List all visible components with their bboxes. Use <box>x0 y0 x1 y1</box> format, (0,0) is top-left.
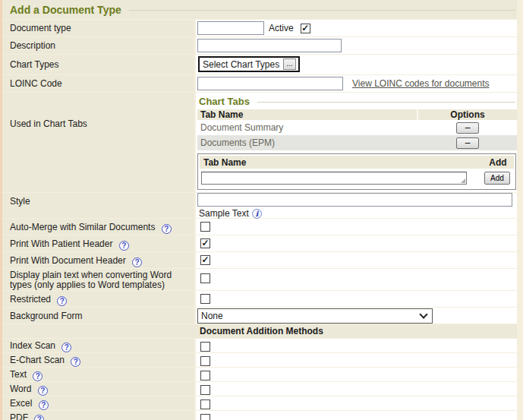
display-plain-text-label: Display plain text when converting Word … <box>2 269 194 290</box>
pdf-label: PDF <box>10 412 28 420</box>
auto-merge-label-cell: Auto-Merge with Similar Documents ? <box>2 219 194 235</box>
document-type-value-cell: Active ✓ <box>196 20 517 36</box>
chart-tab-name: Document Summary <box>197 122 418 133</box>
print-document-header-label: Print With Document Header <box>10 255 126 266</box>
used-in-chart-tabs-label: Used in Chart Tabs <box>2 93 194 192</box>
info-icon[interactable]: i <box>252 209 262 219</box>
restricted-label: Restricted <box>10 294 51 305</box>
sample-text: Sample Text <box>199 208 249 219</box>
field-row-auto-merge: Auto-Merge with Similar Documents ? <box>2 219 517 235</box>
resize-grip-icon[interactable] <box>461 178 465 183</box>
field-row-background-form: Background Form None <box>2 308 517 324</box>
excel-label: Excel <box>10 398 32 409</box>
field-row-text: Text ? <box>2 368 517 381</box>
loinc-code-label: LOINC Code <box>2 75 194 92</box>
document-addition-methods-title: Document Addition Methods <box>200 326 323 336</box>
page-title: Add a Document Type <box>10 4 121 16</box>
chart-tab-name: Documents (EPM) <box>197 137 418 148</box>
chart-tab-row: Document Summary – <box>197 120 517 135</box>
text-checkbox[interactable] <box>200 371 210 381</box>
help-icon[interactable]: ? <box>57 296 67 306</box>
auto-merge-checkbox[interactable] <box>200 222 210 232</box>
remove-tab-button[interactable]: – <box>456 122 479 134</box>
page-title-row: Add a Document Type <box>2 0 517 19</box>
field-row-excel: Excel ? <box>2 396 517 410</box>
document-type-label: Document type <box>2 20 194 36</box>
add-tab-subpanel: Tab Name Add Add <box>197 153 516 190</box>
chevron-down-icon <box>419 310 427 318</box>
echart-scan-label-cell: E-Chart Scan ? <box>2 353 194 367</box>
description-label: Description <box>2 37 194 54</box>
chart-tabs-panel: Chart Tabs Tab Name Options Document Sum… <box>196 93 517 192</box>
background-form-value-cell: None <box>196 308 517 324</box>
help-icon[interactable]: ? <box>71 357 80 367</box>
pdf-checkbox[interactable] <box>200 414 210 420</box>
print-document-header-checkbox[interactable]: ✓ <box>200 255 210 265</box>
echart-scan-checkbox[interactable] <box>200 356 210 366</box>
field-row-echart-scan: E-Chart Scan ? <box>2 353 517 367</box>
loinc-code-input[interactable] <box>197 77 343 90</box>
view-loinc-codes-link[interactable]: View LOINC codes for documents <box>352 78 490 89</box>
style-input[interactable] <box>197 193 512 207</box>
auto-merge-label: Auto-Merge with Similar Documents <box>10 222 155 232</box>
select-chart-types-button[interactable]: Select Chart Types ... <box>198 56 300 72</box>
print-patient-header-label: Print With Patient Header <box>10 238 112 249</box>
chart-types-label: Chart Types <box>2 55 194 74</box>
options-column-header: Options <box>417 109 517 120</box>
field-row-description: Description <box>2 37 517 54</box>
add-tab-button[interactable]: Add <box>484 172 510 185</box>
display-plain-text-checkbox[interactable] <box>200 273 210 283</box>
help-icon[interactable]: ? <box>38 386 48 396</box>
active-label: Active <box>269 23 294 33</box>
restricted-checkbox[interactable] <box>200 294 210 304</box>
chart-tabs-header-row: Tab Name Options <box>197 109 517 120</box>
field-row-restricted: Restricted ? <box>2 291 517 307</box>
echart-scan-label: E-Chart Scan <box>10 355 65 365</box>
chart-tabs-rule <box>257 102 515 103</box>
field-row-pdf: PDF ? <box>2 411 517 420</box>
ellipsis-button[interactable]: ... <box>283 58 295 70</box>
field-row-print-patient-header: Print With Patient Header ? ✓ <box>2 235 517 251</box>
select-chart-types-label: Select Chart Types <box>203 59 279 70</box>
description-input[interactable] <box>197 39 342 52</box>
help-icon[interactable]: ? <box>39 400 49 410</box>
add-document-type-form: Add a Document Type Document type Active… <box>0 0 523 420</box>
excel-checkbox[interactable] <box>200 399 210 409</box>
print-patient-header-label-cell: Print With Patient Header ? <box>2 235 194 251</box>
print-patient-header-checkbox[interactable]: ✓ <box>200 238 210 248</box>
print-document-header-label-cell: Print With Document Header ? <box>2 252 194 268</box>
help-icon[interactable]: ? <box>34 415 44 420</box>
new-tab-name-textarea[interactable] <box>201 172 467 185</box>
help-icon[interactable]: ? <box>132 257 142 267</box>
chart-types-value-cell: Select Chart Types ... <box>196 55 517 74</box>
word-label-cell: Word ? <box>2 382 194 396</box>
help-icon[interactable]: ? <box>33 371 43 381</box>
style-label: Style <box>2 193 194 218</box>
field-row-word: Word ? <box>2 382 517 396</box>
index-scan-label: Index Scan <box>10 340 55 351</box>
description-value-cell <box>196 37 517 54</box>
text-label-cell: Text ? <box>2 368 194 381</box>
field-row-style: Style Sample Text i <box>2 193 517 218</box>
add-tab-name-header: Tab Name <box>200 157 482 168</box>
field-row-index-scan: Index Scan ? <box>2 339 517 352</box>
background-form-selected-value: None <box>201 311 223 321</box>
document-type-input[interactable] <box>197 21 264 35</box>
restricted-label-cell: Restricted ? <box>2 291 194 307</box>
tab-name-column-header: Tab Name <box>197 109 417 120</box>
active-checkbox[interactable]: ✓ <box>301 24 310 33</box>
add-tab-header-row: Tab Name Add <box>200 156 514 169</box>
background-form-select[interactable]: None <box>197 308 433 324</box>
text-label: Text <box>10 369 27 380</box>
index-scan-label-cell: Index Scan ? <box>2 339 194 352</box>
help-icon[interactable]: ? <box>61 343 71 352</box>
remove-tab-button[interactable]: – <box>456 137 479 149</box>
background-form-label: Background Form <box>2 308 194 324</box>
index-scan-checkbox[interactable] <box>200 342 210 352</box>
word-checkbox[interactable] <box>200 385 210 395</box>
style-value-cell: Sample Text i <box>196 193 517 218</box>
help-icon[interactable]: ? <box>119 241 129 251</box>
help-icon[interactable]: ? <box>162 224 172 234</box>
field-row-print-document-header: Print With Document Header ? ✓ <box>2 252 517 268</box>
field-row-chart-types: Chart Types Select Chart Types ... <box>2 55 517 74</box>
